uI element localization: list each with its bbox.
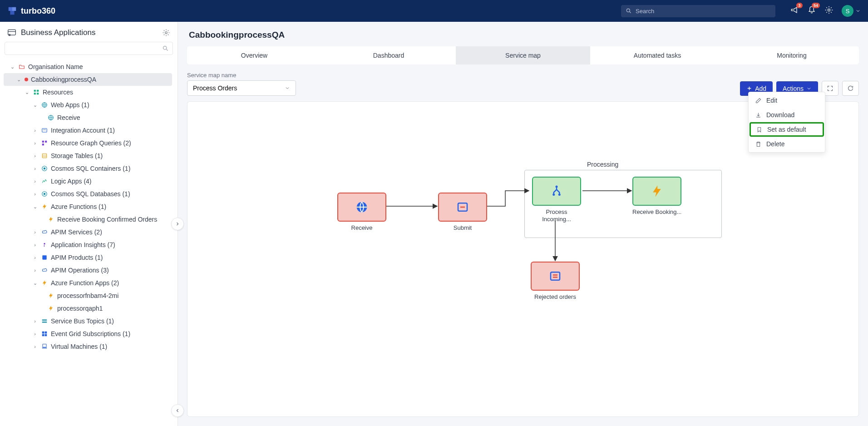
svg-rect-31 <box>42 332 44 334</box>
tree-org[interactable]: ⌄ Organisation Name <box>4 60 172 73</box>
tree-resources[interactable]: ⌄ Resources <box>4 86 172 99</box>
svg-point-7 <box>163 46 167 50</box>
svg-rect-35 <box>43 344 46 347</box>
global-search[interactable] <box>621 5 775 17</box>
tab-servicemap[interactable]: Service map <box>456 46 590 64</box>
tree-app-selected[interactable]: ⌄ CabbookingprocessQA <box>4 73 172 86</box>
sidebar: Business Applications ⌄ Organisation Nam… <box>0 22 178 426</box>
search-icon <box>626 8 632 14</box>
node-rejected-orders[interactable]: Rejected orders <box>531 262 580 301</box>
tree-item[interactable]: ›APIM Operations (3) <box>4 264 172 277</box>
servicemap-select[interactable]: Process Orders <box>187 80 296 96</box>
resource-tree[interactable]: ⌄ Organisation Name ⌄ CabbookingprocessQ… <box>0 59 178 426</box>
action-download[interactable]: Download <box>749 108 825 122</box>
svg-point-24 <box>44 168 46 170</box>
tree-item[interactable]: ›Service Bus Topics (1) <box>4 315 172 327</box>
tab-overview[interactable]: Overview <box>187 46 321 64</box>
tab-monitoring[interactable]: Monitoring <box>725 46 859 64</box>
search-icon <box>162 45 169 52</box>
chevron-down-icon <box>855 8 861 14</box>
user-menu[interactable]: S <box>842 5 861 17</box>
svg-point-2 <box>828 9 830 11</box>
tree-item[interactable]: ›Resource Graph Queries (2) <box>4 137 172 149</box>
svg-line-8 <box>166 49 168 50</box>
tree-receive[interactable]: Receive <box>4 111 172 124</box>
action-delete[interactable]: Delete <box>749 137 825 151</box>
avatar: S <box>842 5 853 17</box>
tree-item[interactable]: ›Event Grid Subscriptions (1) <box>4 327 172 340</box>
tree-item[interactable]: Receive Booking Confirmed Orders <box>4 213 172 226</box>
chevron-down-icon <box>285 85 290 91</box>
tree-item[interactable]: processorqaph1 <box>4 302 172 315</box>
tree-item[interactable]: ›Virtual Machines (1) <box>4 340 172 353</box>
action-set-default[interactable]: Set as default <box>750 122 824 137</box>
expand-icon <box>827 85 833 92</box>
node-receive[interactable]: Receive <box>337 193 386 232</box>
svg-rect-34 <box>45 334 47 337</box>
announcements-badge: 3 <box>796 3 803 8</box>
refresh-icon <box>847 85 854 92</box>
svg-point-6 <box>165 32 168 34</box>
tree-item[interactable]: ›APIM Products (1) <box>4 251 172 264</box>
node-receive-booking[interactable]: Receive Booking... <box>632 177 681 216</box>
tree-azurefunctionapps[interactable]: ⌄Azure Function Apps (2) <box>4 277 172 289</box>
notifications-badge: 54 <box>812 3 820 8</box>
main-content: CabbookingprocessQA Overview Dashboard S… <box>178 22 868 426</box>
edit-icon <box>755 97 762 104</box>
sidebar-toggle-middle[interactable] <box>171 218 184 230</box>
apps-icon <box>7 28 16 37</box>
svg-rect-45 <box>551 272 560 280</box>
tree-item[interactable]: ›Application Insights (7) <box>4 238 172 251</box>
settings-icon[interactable] <box>824 5 833 16</box>
tree-webapps[interactable]: ⌄ Web Apps (1) <box>4 99 172 111</box>
page-title: CabbookingprocessQA <box>187 22 859 46</box>
svg-rect-9 <box>34 90 36 92</box>
tree-item[interactable]: ›Cosmos SQL Containers (1) <box>4 162 172 175</box>
sidebar-search-input[interactable] <box>9 45 162 52</box>
svg-point-43 <box>552 193 555 196</box>
download-icon <box>755 112 762 119</box>
svg-point-0 <box>626 9 630 12</box>
logo[interactable]: turbo360 <box>7 6 55 16</box>
node-submit[interactable]: Submit <box>438 193 487 232</box>
notifications-icon[interactable]: 54 <box>807 5 816 16</box>
status-dot-error-icon <box>25 78 28 81</box>
svg-rect-36 <box>42 347 47 348</box>
svg-point-27 <box>44 243 45 245</box>
svg-rect-18 <box>45 141 47 143</box>
tab-automatedtasks[interactable]: Automated tasks <box>590 46 725 64</box>
announcements-icon[interactable]: 3 <box>790 5 799 16</box>
svg-point-42 <box>556 186 558 188</box>
svg-rect-30 <box>42 322 47 322</box>
tree-item[interactable]: ›Cosmos SQL Databases (1) <box>4 188 172 200</box>
svg-point-26 <box>44 193 46 195</box>
search-input[interactable] <box>636 8 771 15</box>
svg-rect-10 <box>37 90 39 92</box>
tree-azurefunctions[interactable]: ⌄Azure Functions (1) <box>4 200 172 213</box>
action-edit[interactable]: Edit <box>749 93 825 108</box>
trash-icon <box>755 141 762 148</box>
refresh-button[interactable] <box>842 81 859 96</box>
top-header: turbo360 3 54 S <box>0 0 868 22</box>
svg-rect-19 <box>42 144 44 145</box>
tree-item[interactable]: ›Logic Apps (4) <box>4 175 172 188</box>
sidebar-toggle-bottom[interactable] <box>171 404 184 417</box>
sidebar-settings-icon[interactable] <box>162 29 170 37</box>
tree-item[interactable]: ›Integration Account (1) <box>4 124 172 137</box>
node-process-incoming[interactable]: Process Incoming... <box>532 177 582 223</box>
brand-text: turbo360 <box>21 6 55 16</box>
svg-rect-20 <box>42 154 46 158</box>
svg-rect-28 <box>42 255 46 259</box>
svg-rect-11 <box>34 93 36 94</box>
svg-rect-15 <box>42 129 47 132</box>
tree-item[interactable]: ›Storage Tables (1) <box>4 149 172 162</box>
tabs: Overview Dashboard Service map Automated… <box>187 46 859 64</box>
tab-dashboard[interactable]: Dashboard <box>321 46 456 64</box>
tree-item[interactable]: ›APIM Services (2) <box>4 226 172 238</box>
sidebar-search[interactable] <box>5 42 173 55</box>
svg-rect-29 <box>42 320 47 321</box>
servicemap-select-label: Service map name <box>187 72 296 79</box>
tree-item[interactable]: processorfnbam4-2mi <box>4 289 172 302</box>
svg-point-44 <box>558 193 561 196</box>
bookmark-icon <box>756 126 763 133</box>
